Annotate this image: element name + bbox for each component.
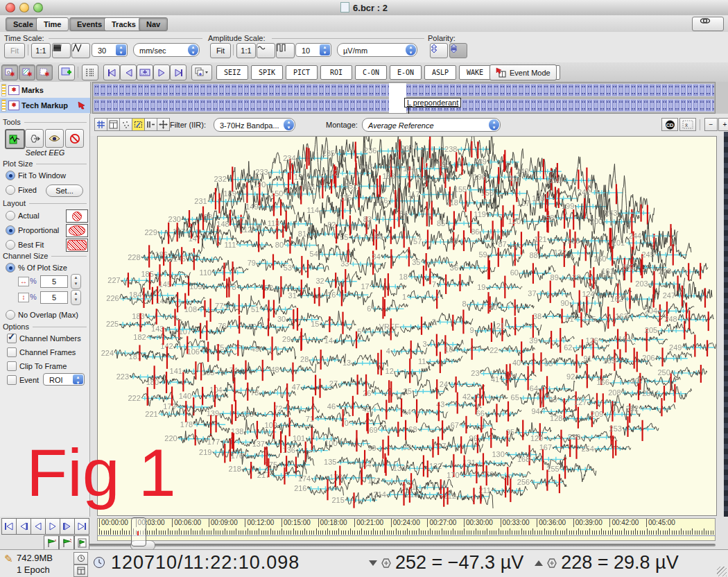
amp-fit-button[interactable]: Fit [210, 43, 231, 58]
fit-to-window-radio[interactable] [6, 171, 15, 180]
fit-to-window-label: Fit To Window [18, 171, 66, 180]
event-type-button-pict[interactable]: PICT [286, 65, 318, 80]
frame-view-button[interactable] [107, 118, 120, 131]
time-expand-button[interactable] [71, 43, 90, 58]
step-forward-button[interactable] [45, 518, 60, 535]
timeline-label: 00:15:00 [281, 519, 311, 527]
pct-of-plot-radio[interactable] [6, 263, 15, 273]
go-end-button[interactable] [74, 518, 89, 535]
grid-view-button[interactable] [94, 118, 107, 131]
flag-page-button[interactable] [74, 535, 89, 550]
clip-to-frame-checkbox[interactable] [7, 361, 17, 371]
track-row-marks[interactable]: ✱ Marks [0, 83, 90, 98]
average-reference-button[interactable]: x̄ [679, 118, 696, 131]
tab-nav[interactable]: Nav [139, 17, 168, 31]
amp-scale-value[interactable]: 10▲▼ [295, 43, 331, 57]
exclude-tool-button[interactable] [65, 129, 84, 148]
time-scale-value[interactable]: 30▲▼ [92, 43, 128, 57]
electrode-max-icon [547, 558, 557, 568]
toggle-grid-track-button[interactable]: ✱ [36, 64, 53, 80]
filter-dropdown[interactable]: 3-70Hz Bandpa...▲▼ [214, 118, 295, 132]
add-track-button[interactable] [58, 64, 75, 80]
time-1to1-button[interactable]: 1:1 [31, 43, 51, 58]
first-event-button[interactable] [103, 64, 120, 80]
next-event-button[interactable] [153, 64, 170, 80]
no-overlap-radio[interactable] [6, 310, 15, 320]
grid-mode-button[interactable] [73, 565, 88, 577]
timeline-scrollbar[interactable] [89, 544, 716, 546]
tab-time[interactable]: Time [36, 17, 69, 31]
tab-tracks[interactable]: Tracks [104, 17, 144, 31]
toggle-stripe-track-button[interactable]: ✱ [19, 64, 35, 80]
track-row-tech-markup[interactable]: ✱ Tech Markup [0, 98, 90, 113]
channel-frames-checkbox[interactable] [7, 347, 17, 357]
event-type-button-seiz[interactable]: SEIZ [216, 65, 248, 80]
page-forward-button[interactable] [60, 518, 75, 535]
track-list-button[interactable] [82, 64, 98, 80]
amp-1to1-button[interactable]: 1:1 [236, 43, 256, 58]
step-back-button[interactable] [31, 518, 46, 535]
time-fit-button[interactable]: Fit [4, 43, 25, 58]
time-scale-units[interactable]: mm/sec▲▼ [133, 43, 200, 57]
amp-shrink-button[interactable] [257, 43, 275, 58]
montage-dropdown[interactable]: Average Reference▲▼ [362, 118, 501, 132]
clock-mode-button[interactable] [73, 552, 88, 565]
track-lanes[interactable]: L preponderant [92, 82, 716, 114]
timeline-scrubber[interactable] [131, 517, 146, 546]
event-mode-button[interactable]: Event Mode [489, 64, 557, 80]
view-tool-button[interactable] [45, 129, 64, 148]
amp-grow-button[interactable] [276, 43, 295, 58]
layout-actual-icon [66, 209, 88, 223]
next-flag-button[interactable] [59, 535, 74, 550]
last-event-button[interactable] [170, 64, 187, 80]
h-size-stepper[interactable]: ▲▼ [71, 274, 81, 289]
toggle-marks-track-button[interactable]: 0✱ [1, 64, 18, 80]
event-type-button-aslp[interactable]: ASLP [424, 65, 456, 80]
event-type-button-roi[interactable]: ROI [320, 65, 352, 80]
time-ruler[interactable]: 00:00:0000:03:0000:06:0000:09:0000:12:00… [97, 518, 716, 541]
h-size-field[interactable]: 5 [40, 275, 68, 288]
event-type-dropdown[interactable]: ROI▲▼ [43, 373, 85, 386]
drag-handle-icon[interactable] [1, 99, 6, 112]
current-timestamp: 120710/11:22:10.098 [111, 552, 300, 574]
event-checkbox[interactable] [7, 375, 17, 385]
zoom-in-button[interactable]: + [718, 118, 728, 131]
event-annotation-label[interactable]: L preponderant [404, 98, 461, 107]
channel-numbers-checkbox[interactable] [7, 334, 17, 343]
eeg-plot-area[interactable] [97, 136, 717, 516]
polarity-normal-button[interactable] [430, 43, 448, 58]
v-size-stepper[interactable]: ▲▼ [71, 290, 81, 305]
prev-event-button[interactable] [120, 64, 137, 80]
layout-actual-radio[interactable] [6, 211, 15, 221]
move-tool-button[interactable] [157, 118, 170, 131]
v-size-field[interactable]: 5 [40, 291, 68, 304]
copy-events-dropdown[interactable] [191, 64, 212, 80]
select-eeg-tool-button[interactable] [5, 129, 25, 149]
drag-handle-icon[interactable] [1, 84, 6, 96]
layout-proportional-radio[interactable] [6, 225, 15, 235]
event-type-button-c-on[interactable]: C-ON [355, 65, 387, 80]
eeg-waveforms-canvas[interactable] [98, 137, 716, 515]
fixed-radio[interactable] [6, 185, 15, 195]
resize-grip[interactable] [717, 567, 727, 576]
link-windows-button[interactable] [692, 17, 724, 31]
mark-event-button[interactable] [137, 64, 153, 80]
marquee-tool-button[interactable] [132, 118, 145, 131]
layout-bestfit-radio[interactable] [6, 240, 15, 250]
event-type-button-e-on[interactable]: E-ON [390, 65, 422, 80]
jump-arrow-icon[interactable] [78, 101, 87, 110]
dots-view-button[interactable] [119, 118, 132, 131]
go-start-button[interactable] [1, 518, 17, 535]
cd-reference-button[interactable]: CD [661, 118, 678, 131]
event-type-button-spik[interactable]: SPIK [251, 65, 283, 80]
time-compress-button[interactable] [52, 43, 71, 58]
amp-scale-units[interactable]: µV/mm▲▼ [337, 43, 417, 57]
zoom-out-button[interactable]: − [704, 118, 718, 131]
event-type-button-wake[interactable]: WAKE [459, 65, 491, 80]
page-back-button[interactable] [16, 518, 31, 535]
lines-view-button[interactable] [144, 118, 157, 131]
electrode-tool-button[interactable] [25, 129, 44, 148]
set-button[interactable]: Set... [46, 184, 83, 197]
polarity-invert-button[interactable] [449, 43, 467, 58]
prev-flag-button[interactable] [44, 535, 59, 550]
